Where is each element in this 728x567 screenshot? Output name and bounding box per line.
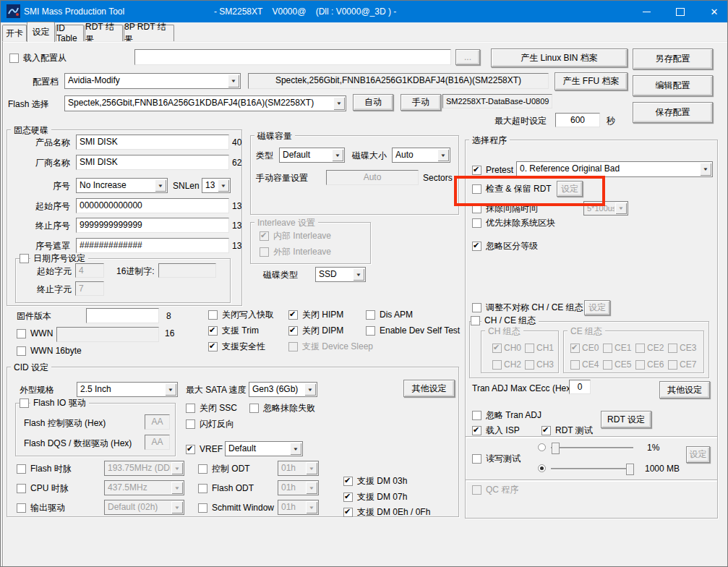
profile-combo[interactable]: Avidia-Modify xyxy=(64,73,241,89)
rw-test-checkbox[interactable] xyxy=(472,454,481,464)
disk-size-combo[interactable]: Auto xyxy=(392,148,450,163)
disable-write-cache-checkbox[interactable] xyxy=(208,310,218,320)
erase-interval-checkbox[interactable] xyxy=(472,204,481,213)
ch3-checkbox[interactable] xyxy=(525,360,534,370)
rw-mb-slider-track[interactable] xyxy=(551,468,633,469)
dropdown-arrow-icon[interactable] xyxy=(306,482,317,494)
schmitt-combo[interactable]: 01h xyxy=(278,500,319,515)
save-config-button[interactable]: 保存配置 xyxy=(633,102,713,123)
ce5-checkbox[interactable] xyxy=(603,360,612,370)
ch0-checkbox[interactable] xyxy=(492,344,502,353)
ch2-checkbox[interactable] xyxy=(492,360,502,370)
disable-ssc-checkbox[interactable] xyxy=(186,404,195,413)
ctrl-odt-combo[interactable]: 01h xyxy=(278,461,319,476)
rw-percent-slider-thumb[interactable] xyxy=(552,443,560,454)
security-checkbox[interactable] xyxy=(208,342,218,351)
ce6-checkbox[interactable] xyxy=(635,360,645,370)
dipm-checkbox[interactable] xyxy=(288,326,298,336)
auto-button[interactable]: 自动 xyxy=(353,94,393,111)
flash-odt-combo[interactable]: 01h xyxy=(278,480,319,495)
rw-mb-slider-thumb[interactable] xyxy=(626,464,634,475)
dropdown-arrow-icon[interactable] xyxy=(333,97,345,110)
rw-percent-slider-track[interactable] xyxy=(551,447,633,448)
schmitt-checkbox[interactable] xyxy=(198,503,207,513)
led-invert-checkbox[interactable] xyxy=(186,419,195,429)
manual-capacity-input[interactable]: Auto xyxy=(326,170,419,185)
wwn-checkbox[interactable] xyxy=(17,329,26,338)
form-factor-combo[interactable]: 2.5 Inch xyxy=(77,382,178,397)
save-config-as-button[interactable]: 另存配置 xyxy=(633,48,713,69)
sata-speed-combo[interactable]: Gen3 (6Gb) xyxy=(249,382,317,397)
rw-percent-radio[interactable] xyxy=(538,443,546,451)
devsleep-checkbox[interactable] xyxy=(288,342,298,351)
dropdown-arrow-icon[interactable] xyxy=(437,149,449,161)
tab-rdt-result[interactable]: RDT 结果 xyxy=(85,25,123,41)
external-interleave-checkbox[interactable] xyxy=(260,247,269,257)
browse-button[interactable]: ... xyxy=(455,49,480,65)
chce-checkbox[interactable] xyxy=(471,316,480,325)
load-config-checkbox[interactable] xyxy=(9,54,19,63)
adjust-asym-settings-button[interactable]: 设定 xyxy=(584,300,610,315)
wwn16-checkbox[interactable] xyxy=(17,346,26,356)
dm0e-checkbox[interactable] xyxy=(343,508,353,517)
flash-clock-combo[interactable]: 193.75MHz (DDR-387 xyxy=(104,461,184,476)
date-start-input[interactable]: 4 xyxy=(75,263,104,278)
output-drive-combo[interactable]: Default (02h) xyxy=(104,500,184,515)
self-test-checkbox[interactable] xyxy=(366,326,375,336)
ignore-erase-fail-checkbox[interactable] xyxy=(249,404,259,413)
dropdown-arrow-icon[interactable] xyxy=(171,501,183,513)
ce1-checkbox[interactable] xyxy=(603,344,612,353)
output-drive-checkbox[interactable] xyxy=(17,503,26,513)
flash-io-checkbox[interactable] xyxy=(20,398,29,408)
tab-id-table[interactable]: ID Table xyxy=(56,25,84,41)
edit-config-button[interactable]: 编辑配置 xyxy=(633,75,713,96)
hipm-checkbox[interactable] xyxy=(288,310,298,320)
dropdown-arrow-icon[interactable] xyxy=(218,179,229,192)
timeout-input[interactable]: 600 xyxy=(555,113,600,127)
wwn-input[interactable] xyxy=(56,327,159,342)
pretest-combo[interactable]: 0. Reference Original Bad xyxy=(516,161,713,177)
dropdown-arrow-icon[interactable] xyxy=(700,163,711,176)
manual-button[interactable]: 手动 xyxy=(401,94,441,111)
ce0-checkbox[interactable] xyxy=(570,344,580,353)
ctrl-odt-checkbox[interactable] xyxy=(198,464,207,474)
date-end-input[interactable]: 7 xyxy=(75,281,104,296)
trim-checkbox[interactable] xyxy=(208,326,218,336)
flash-dqs-drive-input[interactable]: AA xyxy=(145,435,170,450)
cpu-clock-combo[interactable]: 437.5MHz xyxy=(104,480,184,495)
dis-apm-checkbox[interactable] xyxy=(366,310,375,320)
serial-end-input[interactable]: 9999999999999 xyxy=(76,218,229,233)
capacity-type-combo[interactable]: Default xyxy=(279,148,345,163)
date-serial-checkbox[interactable] xyxy=(20,254,29,263)
vref-checkbox[interactable] xyxy=(186,445,195,454)
dropdown-arrow-icon[interactable] xyxy=(155,179,166,192)
cid-other-settings-button[interactable]: 其他设定 xyxy=(403,380,455,397)
product-name-input[interactable]: SMI DISK xyxy=(76,135,229,150)
vref-combo[interactable]: Default xyxy=(225,441,303,456)
dropdown-arrow-icon[interactable] xyxy=(290,443,301,455)
rdt-keep-settings-button[interactable]: 设定 xyxy=(557,181,583,197)
ignore-grade-checkbox[interactable] xyxy=(472,242,481,251)
tran-adj-input[interactable]: 0 xyxy=(569,380,591,394)
rw-mb-radio[interactable] xyxy=(538,464,546,472)
dropdown-arrow-icon[interactable] xyxy=(306,462,317,474)
dropdown-arrow-icon[interactable] xyxy=(171,482,183,494)
dropdown-arrow-icon[interactable] xyxy=(615,202,627,214)
ignore-tran-checkbox[interactable] xyxy=(472,411,481,420)
rw-settings-button[interactable]: 设定 xyxy=(686,446,710,463)
dropdown-arrow-icon[interactable] xyxy=(353,268,364,281)
serial-mask-input[interactable]: ############# xyxy=(76,238,229,253)
tab-settings[interactable]: 设定 xyxy=(27,22,55,42)
serial-mode-combo[interactable]: No Increase xyxy=(76,178,168,193)
minimize-button[interactable] xyxy=(630,1,663,22)
dm07-checkbox[interactable] xyxy=(343,493,353,502)
ce4-checkbox[interactable] xyxy=(570,360,580,370)
rdt-test-checkbox[interactable] xyxy=(541,426,551,435)
load-isp-checkbox[interactable] xyxy=(472,426,481,435)
ce2-checkbox[interactable] xyxy=(635,344,645,353)
dropdown-arrow-icon[interactable] xyxy=(171,462,183,474)
disk-type-combo[interactable]: SSD xyxy=(315,267,366,282)
dropdown-arrow-icon[interactable] xyxy=(332,149,343,161)
maximize-button[interactable] xyxy=(664,1,697,22)
flash-select-combo[interactable]: Spectek,256Gbit,FNNB16A256G1KDBAFJ4(B16A… xyxy=(64,95,346,111)
